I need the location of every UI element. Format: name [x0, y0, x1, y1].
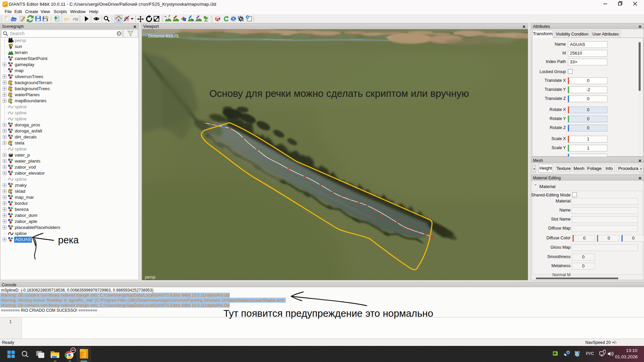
svg-text:F: F [199, 19, 201, 22]
svg-text:13:10: 13:10 [626, 348, 637, 353]
svg-text:!: ! [577, 354, 578, 356]
svg-text:A: A [216, 18, 218, 20]
svg-text:РУС: РУС [586, 351, 594, 356]
svg-text:d: d [192, 19, 193, 22]
svg-text:01.03.2026: 01.03.2026 [615, 354, 638, 359]
svg-text:B: B [218, 19, 220, 21]
